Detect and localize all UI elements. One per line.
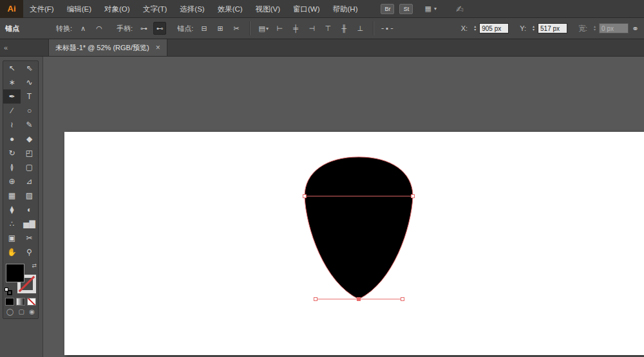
align-top-icon: ⊤ (325, 24, 331, 33)
draw-normal-icon[interactable]: ◯ (6, 308, 14, 315)
convert-label: 转换: (56, 24, 72, 33)
remove-anchor-button[interactable]: ⊟ (198, 22, 211, 35)
cut-path-button[interactable]: ✂ (230, 22, 243, 35)
menu-type[interactable]: 文字(T) (137, 0, 174, 18)
width-tool[interactable]: ≬ (3, 160, 21, 174)
handles-label: 手柄: (117, 24, 133, 33)
connect-anchors-icon: ⊞ (218, 24, 223, 33)
pen-tool[interactable]: ✒ (3, 89, 21, 104)
workspace-switcher[interactable]: ▦ ▾ (424, 5, 436, 13)
type-tool[interactable]: T (21, 89, 38, 104)
menu-object[interactable]: 对象(O) (98, 0, 137, 18)
selection-tool[interactable]: ↖ (3, 61, 21, 75)
align-bottom-icon: ⊥ (357, 24, 363, 33)
align-left-button[interactable]: ⊢ (273, 22, 286, 35)
anchor-point-selected[interactable] (357, 298, 361, 301)
default-fill-stroke-icon[interactable] (5, 288, 14, 296)
eyedropper-tool[interactable]: ⧫ (3, 203, 21, 217)
handles-show-icon: ⊶ (140, 24, 147, 33)
anchor-point[interactable] (412, 195, 415, 198)
scale-tool[interactable]: ◰ (21, 146, 38, 160)
free-transform-tool[interactable]: ▢ (21, 160, 38, 174)
convert-smooth-icon: ◠ (96, 24, 102, 33)
paintbrush-tool[interactable]: ≀ (3, 118, 21, 132)
lasso-tool[interactable]: ∿ (21, 75, 38, 89)
y-spinner[interactable]: ▴ ▾ (533, 25, 535, 32)
menu-edit[interactable]: 编辑(E) (61, 0, 98, 18)
anchor-point[interactable] (314, 298, 317, 301)
anchor-point[interactable] (401, 298, 404, 301)
convert-to-smooth-button[interactable]: ◠ (93, 22, 106, 35)
ellipse-tool[interactable]: ○ (21, 104, 38, 118)
collapse-panel-icon[interactable]: « (4, 44, 8, 51)
swap-fill-stroke-icon[interactable]: ⇄ (32, 262, 37, 269)
y-position-input[interactable] (538, 23, 567, 33)
gradient-button[interactable] (16, 298, 25, 306)
tool-panel: ↖⇖∗∿✒T∕○≀✎●◆↻◰≬▢⊕⊿▦▨⧫◐∴▅▇▣✂✋⚲ ⇄ (3, 60, 39, 319)
align-vertical-center-icon: ╫ (341, 24, 346, 32)
bridge-button[interactable]: Br (381, 4, 394, 14)
align-to-dropdown[interactable]: ▤ ▾ (257, 22, 270, 35)
convert-to-corner-button[interactable]: ∧ (77, 22, 90, 35)
control-bar: 锚点 转换: ∧ ◠ 手柄: ⊶ ⊷ 锚点: ⊟ ⊞ ✂ ▤ ▾ (0, 18, 644, 39)
illustrator-window: Ai 文件(F) 编辑(E) 对象(O) 文字(T) 选择(S) 效果(C) 视… (0, 0, 644, 357)
fill-color-swatch[interactable] (6, 264, 24, 282)
eraser-tool[interactable]: ◆ (21, 132, 38, 146)
menu-effect[interactable]: 效果(C) (211, 0, 249, 18)
hand-tool[interactable]: ✋ (3, 245, 21, 259)
none-button[interactable] (27, 298, 36, 306)
draw-inside-icon[interactable]: ◉ (29, 308, 35, 315)
align-vertical-center-button[interactable]: ╫ (337, 22, 350, 35)
constrain-proportions-icon[interactable]: ⚭ (632, 24, 639, 33)
draw-behind-icon[interactable]: ▢ (19, 308, 24, 315)
tool-grid: ↖⇖∗∿✒T∕○≀✎●◆↻◰≬▢⊕⊿▦▨⧫◐∴▅▇▣✂✋⚲ (3, 61, 38, 259)
mesh-tool[interactable]: ▦ (3, 188, 21, 203)
tab-close-icon[interactable]: × (156, 43, 160, 52)
tools-sidebar: ↖⇖∗∿✒T∕○≀✎●◆↻◰≬▢⊕⊿▦▨⧫◐∴▅▇▣✂✋⚲ ⇄ (0, 57, 43, 357)
symbol-sprayer-tool[interactable]: ∴ (3, 217, 21, 231)
chevron-down-icon: ▾ (434, 6, 437, 12)
gradient-tool[interactable]: ▨ (21, 188, 38, 203)
x-label: X: (461, 24, 468, 32)
blend-tool[interactable]: ◐ (21, 203, 38, 217)
magic-wand-tool[interactable]: ∗ (3, 75, 21, 89)
direct-selection-tool[interactable]: ⇖ (21, 61, 38, 75)
separator (373, 21, 374, 35)
anchor-point[interactable] (303, 195, 307, 198)
menu-help[interactable]: 帮助(H) (327, 0, 365, 18)
x-position-input[interactable] (479, 23, 509, 33)
align-right-button[interactable]: ⊣ (305, 22, 318, 35)
column-graph-tool[interactable]: ▅▇ (21, 217, 38, 231)
align-bottom-button[interactable]: ⊥ (354, 22, 366, 35)
menu-view[interactable]: 视图(V) (249, 0, 287, 18)
workspace-icon: ▦ (424, 5, 431, 13)
document-tab[interactable]: 未标题-1* @ 52% (RGB/预览) × (48, 39, 167, 56)
menu-window[interactable]: 窗口(W) (287, 0, 327, 18)
perspective-grid-tool[interactable]: ⊿ (21, 174, 38, 188)
reference-point-button[interactable]: ╴▪╶ (381, 22, 393, 35)
blob-brush-tool[interactable]: ● (3, 132, 21, 146)
cs-live-icon[interactable]: ✍ (456, 4, 464, 14)
align-top-button[interactable]: ⊤ (321, 22, 334, 35)
slice-tool[interactable]: ✂ (21, 231, 38, 245)
canvas[interactable] (43, 57, 644, 357)
selected-shape[interactable] (305, 157, 413, 299)
artboard-tool[interactable]: ▣ (3, 231, 21, 245)
remove-anchor-icon: ⊟ (202, 24, 207, 33)
rotate-tool[interactable]: ↻ (3, 146, 21, 160)
menu-file[interactable]: 文件(F) (23, 0, 61, 18)
hide-handles-button[interactable]: ⊷ (153, 22, 166, 35)
stock-button[interactable]: St (399, 4, 413, 14)
show-handles-button[interactable]: ⊶ (137, 22, 150, 35)
handles-hide-icon: ⊷ (156, 24, 164, 33)
line-segment-tool[interactable]: ∕ (3, 104, 21, 118)
x-spinner[interactable]: ▴ ▾ (474, 25, 476, 32)
align-horizontal-center-button[interactable]: ╪ (289, 22, 302, 35)
pencil-tool[interactable]: ✎ (21, 118, 38, 132)
menu-select[interactable]: 选择(S) (173, 0, 211, 18)
convert-corner-icon: ∧ (80, 24, 86, 33)
shape-builder-tool[interactable]: ⊕ (3, 174, 21, 188)
zoom-tool[interactable]: ⚲ (21, 245, 38, 259)
connect-anchors-button[interactable]: ⊞ (214, 22, 227, 35)
color-button[interactable] (5, 298, 14, 306)
